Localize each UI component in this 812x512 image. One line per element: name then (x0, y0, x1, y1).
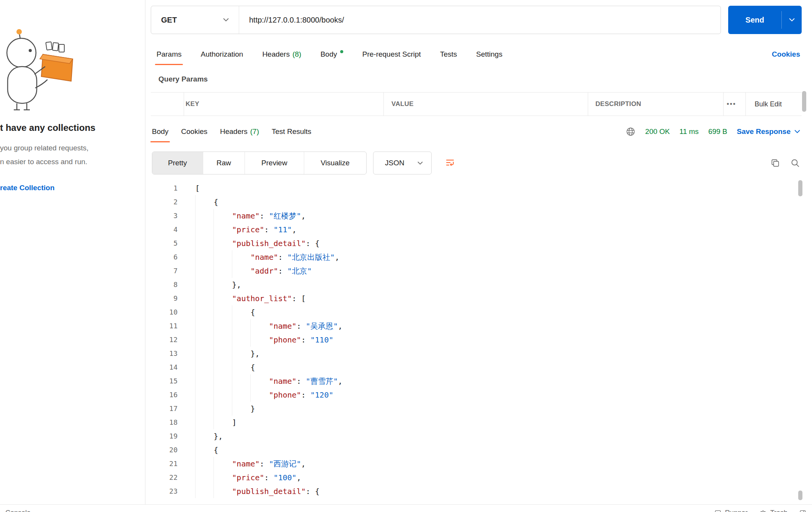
indent-guide (214, 250, 232, 264)
code-line-text: "phone": "120" (195, 388, 333, 402)
empty-collections-desc-line2: n easier to access and run. (0, 158, 87, 166)
indent-guide (195, 333, 214, 347)
response-view-switch: Pretty Raw Preview Visualize (152, 152, 367, 174)
code-line-text: "addr": "北京" (195, 264, 312, 278)
tab-tests[interactable]: Tests (440, 43, 457, 65)
empty-collections-illustration (0, 28, 82, 114)
indent-guide (250, 319, 269, 333)
tab-authorization[interactable]: Authorization (201, 43, 243, 65)
bulk-edit-button[interactable]: Bulk Edit (755, 93, 782, 116)
view-pretty-button[interactable]: Pretty (152, 152, 203, 174)
code-line-text: "name": "北京出版社", (195, 250, 339, 264)
tab-settings[interactable]: Settings (476, 43, 502, 65)
sidebar: t have any collections you group related… (0, 0, 145, 504)
indent-guide (214, 457, 232, 471)
copy-icon[interactable] (770, 158, 780, 168)
line-number: 14 (145, 360, 178, 374)
trash-icon (759, 509, 767, 512)
save-response-label: Save Response (737, 127, 791, 136)
indent-guide (232, 305, 250, 319)
line-number: 3 (145, 209, 178, 223)
chevron-down-icon (223, 18, 229, 22)
search-icon[interactable] (790, 158, 800, 168)
tab-params[interactable]: Params (157, 43, 181, 65)
line-number: 15 (145, 374, 178, 388)
line-number: 21 (145, 457, 178, 471)
console-label: Console (5, 509, 31, 512)
column-header-value: VALUE (391, 93, 414, 116)
code-line-text: { (195, 195, 218, 209)
page-scrollbar-thumb[interactable] (802, 91, 806, 112)
response-tab-headers[interactable]: Headers (7) (220, 121, 259, 142)
line-number: 22 (145, 471, 178, 484)
indent-guide (214, 319, 232, 333)
line-number: 11 (145, 319, 178, 333)
body-present-dot-icon (340, 50, 343, 53)
line-number: 2 (145, 195, 178, 209)
tab-settings-label: Settings (476, 50, 502, 59)
response-tab-cookies[interactable]: Cookies (181, 121, 207, 142)
indent-guide (195, 305, 214, 319)
response-body-viewer[interactable]: 1[2{3"name": "红楼梦",4"price": "11",5"publ… (145, 174, 801, 504)
panel-toggle-button[interactable] (799, 509, 807, 512)
tab-prerequest-script[interactable]: Pre-request Script (362, 43, 421, 65)
method-dropdown[interactable]: GET (151, 6, 239, 34)
line-number: 7 (145, 264, 178, 278)
panel-icon (799, 509, 807, 512)
view-preview-button[interactable]: Preview (245, 152, 304, 174)
code-line-text: "publish_detail": { (195, 236, 320, 250)
url-input[interactable] (239, 16, 721, 24)
response-scrollbar-thumb[interactable] (798, 180, 802, 196)
save-response-button[interactable]: Save Response (737, 127, 800, 136)
headers-count-badge: (8) (292, 50, 301, 59)
beautify-button[interactable] (440, 152, 460, 174)
beautify-icon (445, 158, 455, 168)
indent-guide (214, 333, 232, 347)
code-line: 23"publish_detail": { (145, 484, 801, 498)
column-header-description: DESCRIPTION (595, 93, 641, 116)
format-dropdown[interactable]: JSON (373, 152, 432, 174)
code-lines: 1[2{3"name": "红楼梦",4"price": "11",5"publ… (145, 181, 801, 498)
indent-guide (195, 250, 214, 264)
line-number: 13 (145, 347, 178, 360)
response-headers-count-badge: (7) (250, 127, 259, 136)
line-number: 23 (145, 484, 178, 498)
indent-guide (214, 374, 232, 388)
indent-guide (195, 443, 214, 457)
code-line-text: "publish_detail": { (195, 484, 320, 498)
response-action-icons (770, 152, 800, 174)
console-button[interactable]: Console (5, 509, 31, 512)
code-line: 20{ (145, 443, 801, 457)
table-divider (383, 93, 384, 116)
send-options-chevron-icon[interactable] (782, 18, 802, 22)
column-header-key: KEY (186, 93, 199, 116)
line-number: 9 (145, 292, 178, 305)
view-visualize-button[interactable]: Visualize (304, 152, 366, 174)
code-line-text: "author_list": [ (195, 292, 306, 305)
indent-guide (232, 319, 250, 333)
view-raw-button[interactable]: Raw (203, 152, 245, 174)
response-tab-body[interactable]: Body (152, 121, 168, 142)
send-button[interactable]: Send (728, 6, 802, 34)
indent-guide (250, 333, 269, 347)
code-line: 14{ (145, 360, 801, 374)
indent-guide (232, 402, 250, 416)
create-collection-link[interactable]: reate Collection (0, 184, 55, 192)
trash-button[interactable]: Trash (759, 509, 788, 512)
code-line: 3"name": "红楼梦", (145, 209, 801, 223)
code-line: 21"name": "西游记", (145, 457, 801, 471)
indent-guide (214, 236, 232, 250)
indent-guide (232, 264, 250, 278)
cookies-link[interactable]: Cookies (772, 43, 800, 65)
response-scrollbar-bottom[interactable] (798, 491, 802, 500)
runner-button[interactable]: Runner (714, 509, 748, 512)
line-number: 17 (145, 402, 178, 416)
code-line: 22"price": "100", (145, 471, 801, 484)
tab-headers[interactable]: Headers (8) (262, 43, 301, 65)
params-more-options-icon[interactable]: ••• (727, 93, 736, 116)
response-tab-test-results[interactable]: Test Results (272, 121, 311, 142)
code-line: 5"publish_detail": { (145, 236, 801, 250)
tab-body[interactable]: Body (320, 43, 343, 65)
line-number: 8 (145, 278, 178, 292)
indent-guide (232, 388, 250, 402)
